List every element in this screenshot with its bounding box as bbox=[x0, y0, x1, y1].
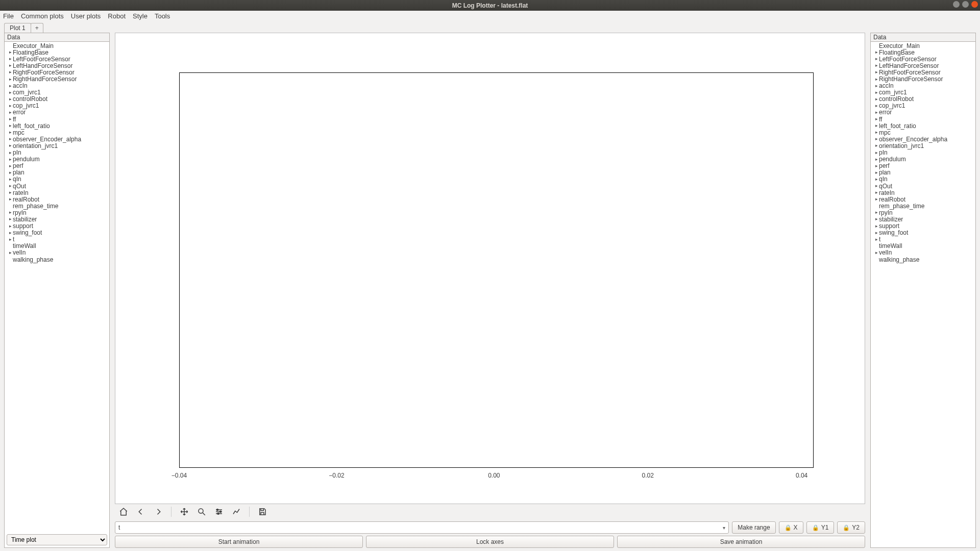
tree-node[interactable]: ▸left_foot_ratio bbox=[5, 122, 109, 129]
expand-arrow-icon[interactable]: ▸ bbox=[8, 63, 13, 68]
tree-node[interactable]: ▸RightFootForceSensor bbox=[871, 69, 975, 76]
tree-node[interactable]: ▸qIn bbox=[5, 176, 109, 183]
data-tree-left[interactable]: ▸Executor_Main▸FloatingBase▸LeftFootForc… bbox=[5, 42, 109, 532]
tree-node[interactable]: ▸com_jvrc1 bbox=[871, 89, 975, 96]
expand-arrow-icon[interactable]: ▸ bbox=[8, 84, 13, 88]
x-axis-selector[interactable]: t bbox=[115, 521, 729, 534]
tree-node[interactable]: ▸timeWall bbox=[5, 243, 109, 249]
expand-arrow-icon[interactable]: ▸ bbox=[8, 177, 13, 182]
tree-node[interactable]: ▸velIn bbox=[5, 249, 109, 256]
save-animation-button[interactable]: Save animation bbox=[617, 536, 865, 548]
expand-arrow-icon[interactable]: ▸ bbox=[8, 151, 13, 155]
tree-node[interactable]: ▸com_jvrc1 bbox=[5, 89, 109, 96]
expand-arrow-icon[interactable]: ▸ bbox=[8, 77, 13, 82]
tree-node[interactable]: ▸controlRobot bbox=[871, 96, 975, 103]
expand-arrow-icon[interactable]: ▸ bbox=[874, 84, 879, 88]
tree-node[interactable]: ▸FloatingBase bbox=[871, 49, 975, 56]
expand-arrow-icon[interactable]: ▸ bbox=[874, 77, 879, 82]
menu-robot[interactable]: Robot bbox=[108, 12, 126, 20]
expand-arrow-icon[interactable]: ▸ bbox=[874, 177, 879, 182]
lock-y2-button[interactable]: 🔒Y2 bbox=[837, 521, 865, 534]
close-icon[interactable] bbox=[971, 1, 978, 8]
expand-arrow-icon[interactable]: ▸ bbox=[8, 137, 13, 141]
tree-node[interactable]: ▸LeftFootForceSensor bbox=[5, 56, 109, 62]
expand-arrow-icon[interactable]: ▸ bbox=[874, 70, 879, 74]
plot-type-selector[interactable]: Time plot bbox=[7, 534, 107, 545]
save-icon[interactable] bbox=[257, 506, 268, 517]
tree-node[interactable]: ▸accIn bbox=[871, 83, 975, 89]
expand-arrow-icon[interactable]: ▸ bbox=[8, 97, 13, 102]
expand-arrow-icon[interactable]: ▸ bbox=[8, 170, 13, 175]
tree-node[interactable]: ▸pIn bbox=[871, 149, 975, 156]
tree-node[interactable]: ▸RightHandForceSensor bbox=[871, 76, 975, 82]
expand-arrow-icon[interactable]: ▸ bbox=[8, 157, 13, 162]
expand-arrow-icon[interactable]: ▸ bbox=[874, 164, 879, 168]
back-icon[interactable] bbox=[135, 506, 146, 517]
expand-arrow-icon[interactable]: ▸ bbox=[8, 197, 13, 202]
expand-arrow-icon[interactable]: ▸ bbox=[874, 197, 879, 202]
tree-node[interactable]: ▸mpc bbox=[871, 129, 975, 136]
expand-arrow-icon[interactable]: ▸ bbox=[8, 164, 13, 168]
tree-node[interactable]: ▸RightHandForceSensor bbox=[5, 76, 109, 82]
pan-icon[interactable] bbox=[179, 506, 190, 517]
tree-node[interactable]: ▸timeWall bbox=[871, 243, 975, 249]
tree-node[interactable]: ▸plan bbox=[871, 169, 975, 176]
tab-plot-1[interactable]: Plot 1 bbox=[4, 23, 31, 33]
home-icon[interactable] bbox=[118, 506, 129, 517]
expand-arrow-icon[interactable]: ▸ bbox=[8, 70, 13, 74]
tree-node[interactable]: ▸pIn bbox=[5, 149, 109, 156]
expand-arrow-icon[interactable]: ▸ bbox=[8, 251, 13, 255]
tree-node[interactable]: ▸rem_phase_time bbox=[5, 203, 109, 209]
menu-user-plots[interactable]: User plots bbox=[71, 12, 101, 20]
tree-node[interactable]: ▸qOut bbox=[5, 183, 109, 189]
tree-node[interactable]: ▸error bbox=[871, 109, 975, 116]
expand-arrow-icon[interactable]: ▸ bbox=[874, 117, 879, 121]
expand-arrow-icon[interactable]: ▸ bbox=[8, 231, 13, 235]
tree-node[interactable]: ▸error bbox=[5, 109, 109, 116]
tree-node[interactable]: ▸Executor_Main bbox=[871, 42, 975, 49]
expand-arrow-icon[interactable]: ▸ bbox=[8, 117, 13, 121]
tree-node[interactable]: ▸ff bbox=[871, 116, 975, 122]
expand-arrow-icon[interactable]: ▸ bbox=[8, 104, 13, 108]
expand-arrow-icon[interactable]: ▸ bbox=[8, 237, 13, 242]
expand-arrow-icon[interactable]: ▸ bbox=[8, 130, 13, 135]
expand-arrow-icon[interactable]: ▸ bbox=[8, 224, 13, 229]
expand-arrow-icon[interactable]: ▸ bbox=[874, 123, 879, 128]
expand-arrow-icon[interactable]: ▸ bbox=[874, 217, 879, 221]
tree-node[interactable]: ▸realRobot bbox=[5, 196, 109, 203]
tree-node[interactable]: ▸LeftFootForceSensor bbox=[871, 56, 975, 62]
menu-file[interactable]: File bbox=[3, 12, 14, 20]
expand-arrow-icon[interactable]: ▸ bbox=[874, 104, 879, 108]
expand-arrow-icon[interactable]: ▸ bbox=[874, 63, 879, 68]
expand-arrow-icon[interactable]: ▸ bbox=[874, 210, 879, 215]
tree-node[interactable]: ▸mpc bbox=[5, 129, 109, 136]
expand-arrow-icon[interactable]: ▸ bbox=[874, 231, 879, 235]
expand-arrow-icon[interactable]: ▸ bbox=[8, 190, 13, 195]
tree-node[interactable]: ▸cop_jvrc1 bbox=[871, 103, 975, 109]
expand-arrow-icon[interactable]: ▸ bbox=[874, 224, 879, 229]
start-animation-button[interactable]: Start animation bbox=[115, 536, 363, 548]
expand-arrow-icon[interactable]: ▸ bbox=[8, 184, 13, 188]
expand-arrow-icon[interactable]: ▸ bbox=[8, 210, 13, 215]
tree-node[interactable]: ▸pendulum bbox=[5, 156, 109, 163]
tree-node[interactable]: ▸rem_phase_time bbox=[871, 203, 975, 209]
tree-node[interactable]: ▸support bbox=[5, 223, 109, 230]
lock-x-button[interactable]: 🔒X bbox=[779, 521, 803, 534]
lock-y1-button[interactable]: 🔒Y1 bbox=[806, 521, 835, 534]
expand-arrow-icon[interactable]: ▸ bbox=[874, 237, 879, 242]
tree-node[interactable]: ▸rpyIn bbox=[5, 209, 109, 216]
expand-arrow-icon[interactable]: ▸ bbox=[874, 90, 879, 95]
expand-arrow-icon[interactable]: ▸ bbox=[874, 110, 879, 115]
expand-arrow-icon[interactable]: ▸ bbox=[8, 123, 13, 128]
tree-node[interactable]: ▸stabilizer bbox=[5, 216, 109, 222]
add-tab-button[interactable]: + bbox=[31, 23, 43, 33]
expand-arrow-icon[interactable]: ▸ bbox=[8, 57, 13, 61]
tree-node[interactable]: ▸plan bbox=[5, 169, 109, 176]
zoom-icon[interactable] bbox=[196, 506, 207, 517]
tree-node[interactable]: ▸pendulum bbox=[871, 156, 975, 163]
tree-node[interactable]: ▸ff bbox=[5, 116, 109, 122]
forward-icon[interactable] bbox=[153, 506, 164, 517]
tree-node[interactable]: ▸left_foot_ratio bbox=[871, 122, 975, 129]
expand-arrow-icon[interactable]: ▸ bbox=[8, 143, 13, 148]
tree-node[interactable]: ▸realRobot bbox=[871, 196, 975, 203]
